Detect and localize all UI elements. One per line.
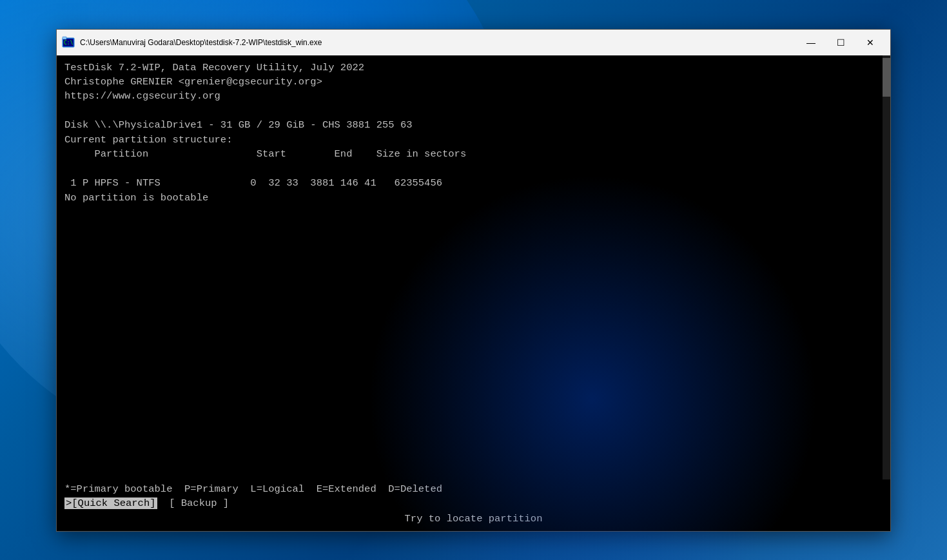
button-separator <box>157 497 170 509</box>
line3: https://www.cgsecurity.org <box>64 90 220 102</box>
console-output: TestDisk 7.2-WIP, Data Recovery Utility,… <box>64 61 883 206</box>
console-area: TestDisk 7.2-WIP, Data Recovery Utility,… <box>57 55 890 479</box>
svg-text:C:\: C:\ <box>64 40 73 46</box>
quick-search-button[interactable]: >[Quick Search] <box>64 497 157 509</box>
close-button[interactable]: ✕ <box>855 32 885 53</box>
svg-rect-3 <box>63 37 66 39</box>
line2: Christophe GRENIER <grenier@cgsecurity.o… <box>64 76 322 88</box>
window-controls: — ☐ ✕ <box>796 32 885 53</box>
scrollbar[interactable] <box>883 55 890 479</box>
line10: No partition is bootable <box>64 192 208 204</box>
line1: TestDisk 7.2-WIP, Data Recovery Utility,… <box>64 62 364 73</box>
window-title: C:\Users\Manuviraj Godara\Desktop\testdi… <box>80 38 796 47</box>
button-row: >[Quick Search] [ Backup ] <box>64 497 883 509</box>
main-window: C:\ C:\Users\Manuviraj Godara\Desktop\te… <box>56 29 891 532</box>
app-icon: C:\ <box>62 36 75 49</box>
line6: Current partition structure: <box>64 134 232 146</box>
bottom-bar: *=Primary bootable P=Primary L=Logical E… <box>57 479 890 531</box>
title-bar: C:\ C:\Users\Manuviraj Godara\Desktop\te… <box>57 30 890 55</box>
backup-button[interactable]: [ Backup ] <box>169 497 229 509</box>
legend-text: *=Primary bootable P=Primary L=Logical E… <box>64 483 883 495</box>
line9: 1 P HPFS - NTFS 0 32 33 3881 146 41 6235… <box>64 177 442 189</box>
hint-text: Try to locate partition <box>64 513 883 525</box>
minimize-button[interactable]: — <box>796 32 826 53</box>
line5: Disk \\.\PhysicalDrive1 - 31 GB / 29 GiB… <box>64 119 413 131</box>
scrollbar-thumb[interactable] <box>883 58 890 97</box>
maximize-button[interactable]: ☐ <box>826 32 855 53</box>
line7: Partition Start End Size in sectors <box>64 148 466 160</box>
